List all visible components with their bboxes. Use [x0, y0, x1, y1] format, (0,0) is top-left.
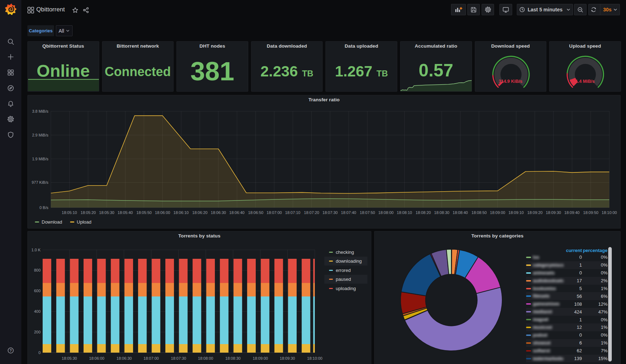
svg-text:?: ? — [10, 349, 12, 353]
